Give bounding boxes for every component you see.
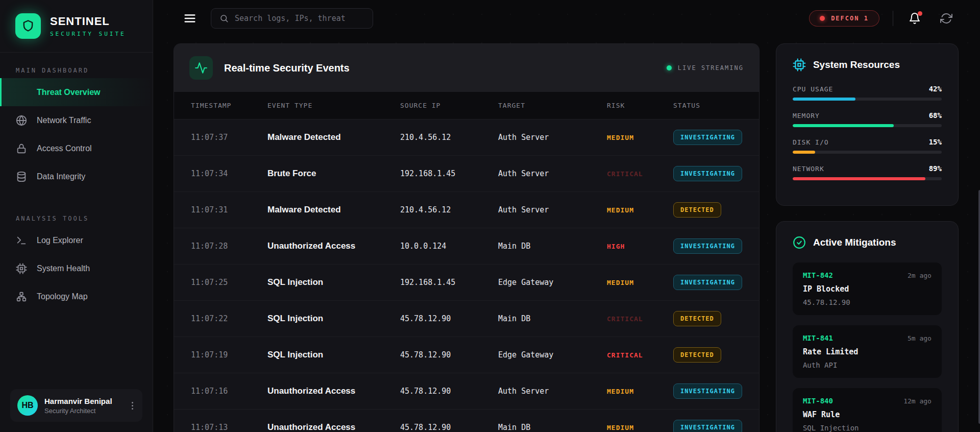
mitigation-action: IP Blocked [803, 284, 932, 294]
resource-metric: DISK I/O 15% [793, 138, 942, 154]
event-timestamp: 11:07:22 [191, 314, 267, 323]
metric-label: MEMORY [793, 112, 820, 119]
sidebar-item[interactable]: Access Control [0, 134, 153, 162]
cpu-chip-icon [793, 58, 806, 71]
terminal-icon [16, 235, 27, 246]
live-label: LIVE STREAMING [678, 64, 744, 71]
event-timestamp: 11:07:16 [191, 387, 267, 396]
mitigation-action: WAF Rule [803, 410, 932, 419]
event-row[interactable]: 11:07:25 SQL Injection 192.168.1.45 Edge… [174, 264, 759, 300]
event-status-badge: INVESTIGATING [673, 166, 742, 181]
brand-logo [15, 13, 41, 39]
event-risk: CRITICAL [607, 351, 673, 359]
event-target: Main DB [498, 242, 607, 251]
event-timestamp: 11:07:37 [191, 133, 267, 142]
event-timestamp: 11:07:13 [191, 423, 267, 432]
event-status-badge: DETECTED [673, 347, 721, 363]
event-type: Brute Force [267, 169, 400, 179]
topology-icon [16, 291, 27, 302]
col-source-ip: SOURCE IP [400, 102, 498, 109]
event-target: Auth Server [498, 387, 607, 396]
mitigation-card[interactable]: MIT-841 5m ago Rate Limited Auth API [793, 325, 942, 378]
profile-name: Harmanvir Benipal [44, 397, 123, 405]
hamburger-menu-icon[interactable] [181, 10, 199, 27]
event-source-ip: 10.0.0.124 [400, 242, 498, 251]
mitigation-target: 45.78.12.90 [803, 298, 932, 306]
event-row[interactable]: 11:07:34 Brute Force 192.168.1.45 Auth S… [174, 155, 759, 191]
defcon-badge[interactable]: DEFCON 1 [809, 10, 879, 27]
metric-value: 68% [929, 111, 942, 119]
sidebar-item-label: Access Control [37, 144, 92, 153]
event-target: Main DB [498, 314, 607, 323]
event-risk: MEDIUM [607, 206, 673, 214]
event-source-ip: 192.168.1.45 [400, 169, 498, 178]
event-target: Auth Server [498, 169, 607, 178]
search-input[interactable] [235, 14, 364, 23]
nav-section-tools-label: ANALYSIS TOOLS [16, 215, 153, 222]
metric-bar-fill [793, 151, 815, 154]
event-type: Unauthorized Access [267, 386, 400, 396]
event-source-ip: 210.4.56.12 [400, 205, 498, 214]
sidebar-nav: MAIN DASHBOARD Threat Overview Network T… [0, 53, 153, 379]
event-source-ip: 192.168.1.45 [400, 278, 498, 287]
metric-label: CPU USAGE [793, 85, 833, 93]
refresh-icon [940, 12, 952, 25]
user-profile[interactable]: HB Harmanvir Benipal Security Architect [10, 389, 142, 422]
defcon-label: DEFCON 1 [831, 15, 869, 22]
event-target: Auth Server [498, 133, 607, 142]
nav-section-main-label: MAIN DASHBOARD [16, 67, 153, 74]
event-risk: MEDIUM [607, 134, 673, 141]
brand: SENTINEL SECURITY SUITE [0, 0, 153, 53]
event-source-ip: 210.4.56.12 [400, 133, 498, 142]
event-row[interactable]: 11:07:19 SQL Injection 45.78.12.90 Edge … [174, 337, 759, 373]
mitigation-card[interactable]: MIT-840 12m ago WAF Rule SQL Injection [793, 388, 942, 432]
event-risk: MEDIUM [607, 424, 673, 431]
event-row[interactable]: 11:07:28 Unauthorized Access 10.0.0.124 … [174, 228, 759, 264]
defcon-dot [820, 16, 825, 21]
metric-value: 15% [929, 138, 942, 146]
database-icon [16, 171, 27, 182]
topbar: DEFCON 1 [153, 0, 980, 36]
event-row[interactable]: 11:07:13 Unauthorized Access 45.78.12.90… [174, 409, 759, 432]
sidebar: SENTINEL SECURITY SUITE MAIN DASHBOARD T… [0, 0, 153, 432]
metric-bar-track [793, 177, 942, 180]
sidebar-item[interactable]: Threat Overview [0, 78, 153, 106]
event-row[interactable]: 11:07:22 SQL Injection 45.78.12.90 Main … [174, 300, 759, 337]
event-status-badge: DETECTED [673, 311, 721, 326]
event-status-badge: DETECTED [673, 202, 721, 218]
mitigation-card[interactable]: MIT-842 2m ago IP Blocked 45.78.12.90 [793, 262, 942, 315]
sidebar-item-label: Threat Overview [37, 88, 101, 97]
notification-dot [918, 11, 922, 16]
event-row[interactable]: 11:07:37 Malware Detected 210.4.56.12 Au… [174, 119, 759, 155]
event-timestamp: 11:07:28 [191, 242, 267, 251]
profile-menu-icon[interactable] [130, 400, 135, 412]
refresh-button[interactable] [938, 10, 954, 27]
event-timestamp: 11:07:34 [191, 169, 267, 178]
event-row[interactable]: 11:07:31 Malware Detected 210.4.56.12 Au… [174, 191, 759, 228]
event-row[interactable]: 11:07:16 Unauthorized Access 45.78.12.90… [174, 373, 759, 409]
live-streaming-indicator: LIVE STREAMING [667, 64, 744, 71]
metric-label: DISK I/O [793, 138, 829, 146]
sidebar-item[interactable]: Data Integrity [0, 162, 153, 190]
notifications-button[interactable] [906, 10, 923, 27]
event-risk: MEDIUM [607, 279, 673, 286]
sidebar-item-label: Log Explorer [37, 236, 83, 245]
active-mitigations-panel: Active Mitigations MIT-842 2m ago IP Blo… [776, 221, 959, 432]
col-status: STATUS [673, 102, 742, 109]
event-status-badge: INVESTIGATING [673, 130, 742, 145]
event-target: Edge Gateway [498, 350, 607, 359]
event-type: SQL Injection [267, 350, 400, 360]
sidebar-item[interactable]: System Health [0, 254, 153, 282]
sidebar-item[interactable]: Topology Map [0, 282, 153, 310]
event-timestamp: 11:07:31 [191, 205, 267, 214]
brand-name: SENTINEL [50, 15, 126, 28]
shield-icon [21, 19, 35, 33]
metric-bar-track [793, 151, 942, 154]
col-timestamp: TIMESTAMP [191, 102, 267, 109]
sidebar-item-label: System Health [37, 264, 90, 273]
search-box[interactable] [211, 8, 373, 29]
event-type: SQL Injection [267, 314, 400, 324]
sidebar-item[interactable]: Log Explorer [0, 226, 153, 254]
sidebar-item[interactable]: Network Traffic [0, 106, 153, 134]
mitigation-id: MIT-842 [803, 271, 833, 279]
